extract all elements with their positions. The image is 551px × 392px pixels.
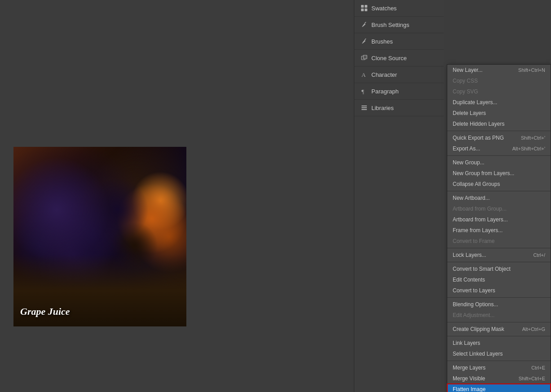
clone-source-icon [361, 54, 368, 62]
paragraph-icon: ¶ [361, 88, 368, 95]
menu-item-delete-layers[interactable]: Delete Layers [447, 108, 551, 119]
menu-label-edit-contents: Edit Contents [453, 277, 485, 283]
menu-item-convert-to-smart-object[interactable]: Convert to Smart Object [447, 264, 551, 274]
shortcut-new-layer: Shift+Ctrl+N [518, 67, 545, 73]
menu-label-merge-visible: Merge Visible [453, 375, 485, 382]
panel-item-libraries[interactable]: Libraries [354, 100, 444, 116]
menu-label-new-artboard: New Artboard... [453, 195, 490, 201]
menu-item-merge-layers[interactable]: Merge Layers Ctrl+E [447, 362, 551, 373]
menu-label-select-linked-layers: Select Linked Layers [453, 351, 503, 357]
menu-item-export-as[interactable]: Export As... Alt+Shift+Ctrl+' [447, 143, 551, 154]
panel-item-brushes[interactable]: Brushes [354, 33, 444, 50]
svg-text:A: A [361, 71, 366, 78]
character-label: Character [371, 71, 397, 78]
menu-item-quick-export-png[interactable]: Quick Export as PNG Shift+Ctrl+' [447, 132, 551, 143]
menu-label-artboard-from-layers: Artboard from Layers... [453, 216, 508, 223]
menu-item-artboard-from-group[interactable]: Artboard from Group... [447, 203, 551, 214]
menu-item-edit-adjustment[interactable]: Edit Adjustment... [447, 310, 551, 321]
paragraph-label: Paragraph [371, 88, 399, 95]
shortcut-quick-export: Shift+Ctrl+' [521, 135, 545, 141]
panel-area: Swatches Brush Settings Brushes Clone So… [354, 0, 444, 392]
menu-item-new-artboard[interactable]: New Artboard... [447, 193, 551, 203]
grape-image [13, 147, 186, 326]
menu-label-link-layers: Link Layers [453, 340, 480, 346]
menu-item-new-group-from-layers[interactable]: New Group from Layers... [447, 168, 551, 179]
menu-label-convert-to-frame: Convert to Frame [453, 238, 494, 244]
menu-item-flatten-image[interactable]: Flatten Image [447, 384, 551, 392]
menu-item-convert-to-layers[interactable]: Convert to Layers [447, 285, 551, 296]
separator-9 [447, 361, 551, 361]
separator-1 [447, 131, 551, 131]
separator-4 [447, 248, 551, 248]
menu-label-merge-layers: Merge Layers [453, 365, 485, 371]
menu-item-edit-contents[interactable]: Edit Contents [447, 274, 551, 285]
panel-item-swatches[interactable]: Swatches [354, 0, 444, 17]
svg-line-5 [365, 39, 366, 40]
menu-label-delete-hidden-layers: Delete Hidden Layers [453, 121, 504, 127]
menu-label-duplicate-layers: Duplicate Layers... [453, 99, 497, 106]
image-watermark: Grape Juice [20, 306, 70, 317]
libraries-icon [361, 104, 368, 111]
menu-label-edit-adjustment: Edit Adjustment... [453, 312, 494, 318]
panel-item-paragraph[interactable]: ¶ Paragraph [354, 83, 444, 100]
context-menu: New Layer... Shift+Ctrl+N Copy CSS Copy … [447, 64, 551, 392]
menu-item-artboard-from-layers[interactable]: Artboard from Layers... [447, 214, 551, 225]
panel-item-character[interactable]: A Character [354, 66, 444, 83]
canvas-area: Grape Juice [0, 0, 350, 392]
menu-label-collapse-all-groups: Collapse All Groups [453, 181, 500, 187]
menu-label-copy-css: Copy CSS [453, 78, 478, 84]
brush-settings-icon [361, 21, 368, 28]
shortcut-export-as: Alt+Shift+Ctrl+' [512, 146, 545, 151]
shortcut-lock-layers: Ctrl+/ [533, 252, 545, 258]
svg-rect-2 [361, 9, 364, 11]
menu-item-frame-from-layers[interactable]: Frame from Layers... [447, 225, 551, 236]
menu-item-lock-layers[interactable]: Lock Layers... Ctrl+/ [447, 250, 551, 260]
menu-label-new-group: New Group... [453, 159, 485, 166]
menu-label-new-layer: New Layer... [453, 67, 483, 73]
menu-item-merge-visible[interactable]: Merge Visible Shift+Ctrl+E [447, 373, 551, 384]
brushes-label: Brushes [371, 38, 393, 45]
shortcut-merge-layers: Ctrl+E [531, 365, 545, 370]
menu-label-delete-layers: Delete Layers [453, 110, 486, 116]
menu-label-copy-svg: Copy SVG [453, 88, 478, 95]
clone-source-label: Clone Source [371, 55, 407, 62]
menu-item-copy-css[interactable]: Copy CSS [447, 75, 551, 86]
svg-text:¶: ¶ [361, 88, 364, 94]
menu-item-new-layer[interactable]: New Layer... Shift+Ctrl+N [447, 65, 551, 75]
menu-label-create-clipping-mask: Create Clipping Mask [453, 326, 504, 332]
menu-item-duplicate-layers[interactable]: Duplicate Layers... [447, 97, 551, 108]
menu-item-create-clipping-mask[interactable]: Create Clipping Mask Alt+Ctrl+G [447, 324, 551, 335]
menu-item-copy-svg[interactable]: Copy SVG [447, 86, 551, 97]
svg-line-4 [365, 22, 366, 23]
menu-item-new-group[interactable]: New Group... [447, 157, 551, 168]
panel-item-brush-settings[interactable]: Brush Settings [354, 17, 444, 33]
swatches-icon [361, 4, 368, 12]
character-icon: A [361, 71, 368, 78]
separator-2 [447, 155, 551, 156]
menu-label-artboard-from-group: Artboard from Group... [453, 206, 507, 212]
swatches-label: Swatches [371, 5, 397, 12]
menu-label-lock-layers: Lock Layers... [453, 252, 486, 258]
separator-6 [447, 297, 551, 298]
menu-item-convert-to-frame[interactable]: Convert to Frame [447, 236, 551, 247]
shortcut-clipping-mask: Alt+Ctrl+G [522, 326, 545, 332]
menu-label-new-group-from-layers: New Group from Layers... [453, 170, 514, 176]
menu-item-link-layers[interactable]: Link Layers [447, 338, 551, 348]
menu-item-select-linked-layers[interactable]: Select Linked Layers [447, 348, 551, 359]
menu-label-blending-options: Blending Options... [453, 301, 498, 308]
panel-item-clone-source[interactable]: Clone Source [354, 50, 444, 66]
svg-rect-0 [361, 5, 364, 8]
menu-label-export-as: Export As... [453, 145, 480, 152]
menu-item-collapse-all-groups[interactable]: Collapse All Groups [447, 179, 551, 189]
menu-item-delete-hidden-layers[interactable]: Delete Hidden Layers [447, 119, 551, 129]
svg-rect-1 [365, 5, 367, 8]
separator-3 [447, 191, 551, 191]
shortcut-merge-visible: Shift+Ctrl+E [519, 376, 545, 381]
menu-item-blending-options[interactable]: Blending Options... [447, 299, 551, 310]
menu-label-flatten-image: Flatten Image [453, 386, 485, 392]
image-container: Grape Juice [13, 147, 186, 326]
brushes-icon [361, 38, 368, 45]
svg-rect-3 [365, 9, 367, 11]
separator-5 [447, 262, 551, 262]
svg-rect-12 [361, 109, 367, 110]
